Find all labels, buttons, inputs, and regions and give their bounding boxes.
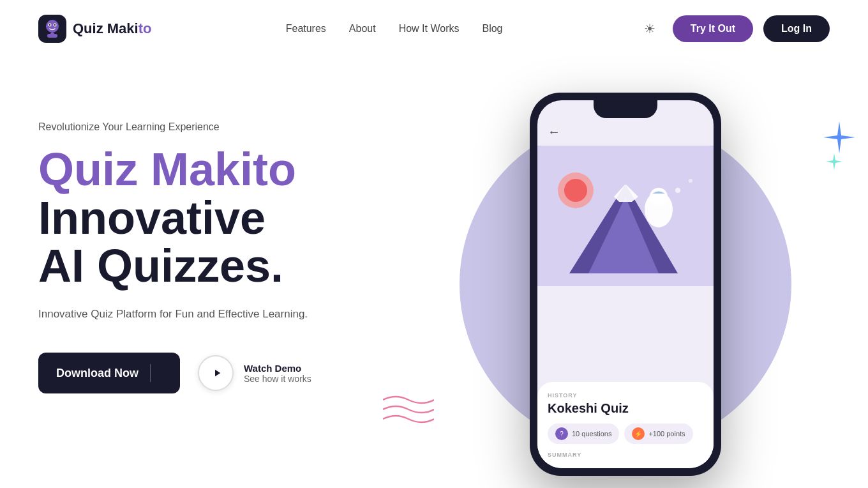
logo[interactable]: Quiz Makito	[38, 15, 151, 43]
watch-demo-text: Watch Demo See how it works	[244, 363, 311, 384]
navbar: Quiz Makito Features About How It Works …	[0, 0, 868, 57]
hero-description: Innovative Quiz Platform for Fun and Eff…	[38, 306, 421, 323]
phone-frame: ←	[530, 93, 721, 476]
phone-illustration	[537, 146, 714, 286]
login-button[interactable]: Log In	[763, 15, 830, 42]
hero-title-ai: AI Quizzes.	[38, 240, 283, 291]
hero-subtitle: Revolutionize Your Learning Experience	[38, 121, 421, 133]
nav-right: ☀ Try It Out Log In	[637, 15, 830, 42]
sun-icon: ☀	[644, 21, 655, 36]
watch-demo-label: Watch Demo	[244, 363, 311, 374]
logo-icon	[38, 15, 66, 43]
questions-badge: ? 10 questions	[548, 423, 619, 444]
quiz-card-title: Kokeshi Quiz	[548, 401, 703, 416]
points-icon: ⚡	[632, 427, 645, 440]
nav-blog[interactable]: Blog	[482, 23, 502, 34]
nav-features[interactable]: Features	[286, 23, 326, 34]
watch-demo-area[interactable]: Watch Demo See how it works	[198, 355, 311, 391]
svg-point-0	[46, 20, 59, 33]
points-count: +100 points	[648, 430, 685, 438]
hero-title-innovative: Innovative	[38, 192, 266, 243]
svg-point-12	[564, 179, 587, 202]
history-label: HISTORY	[548, 392, 703, 399]
svg-point-16	[689, 179, 692, 183]
phone-quiz-card: HISTORY Kokeshi Quiz ? 10 questions ⚡ +1…	[537, 382, 714, 468]
phone-mockup: ←	[530, 93, 721, 476]
try-it-out-button[interactable]: Try It Out	[673, 15, 753, 42]
nav-how-it-works[interactable]: How It Works	[399, 23, 460, 34]
quiz-meta: ? 10 questions ⚡ +100 points	[548, 423, 703, 444]
hero-actions: Download Now Watch Demo See how it works	[38, 353, 421, 393]
play-button[interactable]	[198, 355, 234, 391]
hero-title-brand: Quiz Makito	[38, 144, 296, 195]
hero-content: Revolutionize Your Learning Experience Q…	[38, 83, 421, 393]
hero-visual: ←	[421, 83, 830, 485]
summary-label: SUMMARY	[548, 452, 703, 458]
question-icon: ?	[555, 427, 568, 440]
svg-point-14	[650, 188, 668, 206]
nav-about[interactable]: About	[349, 23, 376, 34]
svg-point-15	[675, 188, 680, 193]
phone-screen: ←	[537, 100, 714, 468]
watch-demo-sub: See how it works	[244, 374, 311, 384]
download-label: Download Now	[56, 367, 138, 380]
svg-point-3	[49, 24, 50, 26]
logo-text: Quiz Makito	[73, 20, 151, 37]
play-icon	[211, 367, 223, 379]
back-arrow: ←	[537, 118, 714, 146]
points-badge: ⚡ +100 points	[624, 423, 692, 444]
button-divider	[150, 364, 151, 382]
hero-section: Revolutionize Your Learning Experience Q…	[0, 57, 868, 488]
download-now-button[interactable]: Download Now	[38, 353, 180, 393]
sparkle-small	[826, 153, 842, 173]
wave-decoration	[383, 393, 434, 434]
svg-rect-6	[50, 33, 54, 35]
hero-title: Quiz Makito Innovative AI Quizzes.	[38, 146, 421, 291]
questions-count: 10 questions	[572, 430, 611, 438]
svg-point-4	[54, 24, 56, 26]
theme-toggle-button[interactable]: ☀	[637, 16, 662, 42]
nav-links: Features About How It Works Blog	[286, 23, 503, 34]
phone-notch	[594, 100, 657, 118]
